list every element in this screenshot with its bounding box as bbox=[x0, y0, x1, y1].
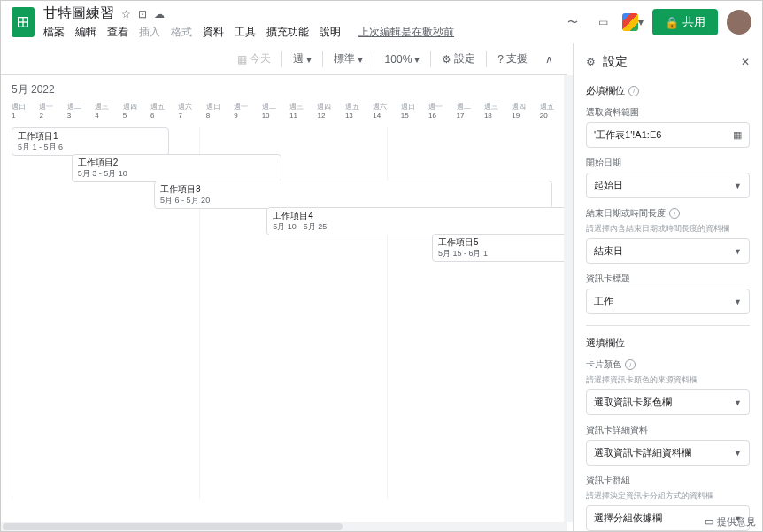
lock-icon: 🔒 bbox=[665, 16, 679, 29]
sheets-logo[interactable] bbox=[12, 7, 35, 37]
share-label: 共用 bbox=[682, 14, 705, 30]
day-column: 週一2 bbox=[39, 103, 66, 120]
group-hint: 請選擇決定資訊卡分組方式的資料欄 bbox=[586, 490, 750, 502]
day-column: 週四19 bbox=[512, 103, 539, 120]
horizontal-scrollbar[interactable] bbox=[1, 522, 567, 531]
day-column: 週五6 bbox=[150, 103, 178, 120]
day-column: 週日8 bbox=[206, 103, 234, 120]
day-column: 週六14 bbox=[373, 103, 400, 120]
comment-icon[interactable]: ▭ bbox=[592, 12, 613, 33]
chevron-down-icon: ▼ bbox=[734, 449, 742, 458]
feedback-icon: ▭ bbox=[705, 516, 713, 528]
cloud-icon[interactable]: ☁ bbox=[154, 8, 165, 20]
chevron-down-icon: ▼ bbox=[734, 247, 742, 256]
color-select[interactable]: 選取資訊卡顏色欄 ▼ bbox=[586, 389, 750, 415]
support-label: 支援 bbox=[506, 51, 528, 66]
day-column: 週三4 bbox=[95, 103, 122, 120]
end-date-hint: 請選擇內含結束日期或時間長度的資料欄 bbox=[586, 223, 750, 235]
document-title[interactable]: 甘特圖練習 bbox=[43, 4, 114, 23]
vertical-scrollbar[interactable] bbox=[564, 75, 573, 522]
chevron-down-icon: ▼ bbox=[734, 297, 742, 306]
help-icon: ? bbox=[497, 53, 504, 66]
day-column: 週二17 bbox=[457, 103, 484, 120]
feedback-label: 提供意見 bbox=[717, 515, 756, 528]
calendar-icon: ▦ bbox=[237, 53, 247, 66]
star-icon[interactable]: ☆ bbox=[121, 8, 131, 20]
week-label: 週 bbox=[293, 51, 304, 66]
day-column: 週二3 bbox=[67, 103, 95, 120]
day-column: 週四12 bbox=[317, 103, 344, 120]
feedback-button[interactable]: ▭ 提供意見 bbox=[705, 515, 756, 528]
end-date-select[interactable]: 結束日 ▼ bbox=[586, 238, 750, 264]
grid-icon[interactable]: ▦ bbox=[733, 129, 742, 141]
app-header: 甘特圖練習 ☆ ⊡ ☁ 檔案 編輯 查看 插入 格式 資料 工具 擴充功能 說明… bbox=[1, 1, 762, 43]
density-select[interactable]: 標準 ▾ bbox=[327, 48, 370, 70]
today-button[interactable]: ▦ 今天 bbox=[230, 48, 278, 70]
avatar[interactable] bbox=[727, 10, 751, 35]
start-date-select[interactable]: 起始日 ▼ bbox=[586, 173, 750, 198]
activity-icon[interactable]: 〜 bbox=[562, 12, 583, 33]
close-icon[interactable]: ✕ bbox=[741, 56, 750, 68]
chevron-down-icon: ▼ bbox=[734, 398, 742, 407]
today-label: 今天 bbox=[250, 51, 271, 66]
menu-format[interactable]: 格式 bbox=[171, 25, 192, 40]
task-bar[interactable]: 工作項目25月 3 - 5月 10 bbox=[72, 154, 281, 182]
chevron-down-icon: ▼ bbox=[734, 181, 742, 190]
optional-section-title: 選填欄位 bbox=[586, 336, 750, 350]
zoom-label: 100% bbox=[385, 53, 412, 66]
menu-file[interactable]: 檔案 bbox=[43, 25, 65, 40]
move-icon[interactable]: ⊡ bbox=[138, 8, 147, 20]
menu-bar: 檔案 編輯 查看 插入 格式 資料 工具 擴充功能 說明 上次編輯是在數秒前 bbox=[43, 25, 562, 40]
color-label: 卡片顏色 i bbox=[586, 359, 750, 371]
day-column: 週六7 bbox=[178, 103, 205, 120]
color-value: 選取資訊卡顏色欄 bbox=[594, 396, 672, 409]
zoom-select[interactable]: 100% ▾ bbox=[378, 50, 428, 69]
day-column: 週一16 bbox=[428, 103, 456, 120]
card-title-select[interactable]: 工作 ▼ bbox=[586, 289, 750, 314]
color-hint: 請選擇資訊卡顏色的來源資料欄 bbox=[586, 374, 750, 386]
card-title-value: 工作 bbox=[594, 295, 613, 308]
info-icon[interactable]: i bbox=[625, 359, 636, 370]
menu-extensions[interactable]: 擴充功能 bbox=[266, 25, 309, 40]
gear-icon: ⚙ bbox=[586, 56, 596, 68]
info-icon[interactable]: i bbox=[669, 208, 680, 219]
title-area: 甘特圖練習 ☆ ⊡ ☁ 檔案 編輯 查看 插入 格式 資料 工具 擴充功能 說明… bbox=[43, 4, 562, 40]
detail-label: 資訊卡詳細資料 bbox=[586, 424, 750, 436]
end-date-value: 結束日 bbox=[594, 244, 623, 258]
menu-edit[interactable]: 編輯 bbox=[75, 25, 96, 40]
timeline-toolbar: ▦ 今天 週 ▾ 標準 ▾ 100% ▾ ⚙ 設定 ? 支援 ∧ bbox=[1, 43, 567, 75]
settings-sidebar: ⚙ 設定 ✕ 必填欄位 i 選取資料範圍 '工作表1'!A1:E6 ▦ 開始日期… bbox=[573, 43, 762, 531]
menu-data[interactable]: 資料 bbox=[203, 25, 224, 40]
required-section-title: 必填欄位 i bbox=[586, 84, 750, 97]
share-button[interactable]: 🔒 共用 bbox=[652, 9, 718, 35]
last-edit-link[interactable]: 上次編輯是在數秒前 bbox=[358, 25, 454, 40]
week-select[interactable]: 週 ▾ bbox=[286, 48, 319, 70]
support-button[interactable]: ? 支援 bbox=[490, 48, 535, 70]
range-value: '工作表1'!A1:E6 bbox=[594, 128, 661, 142]
info-icon[interactable]: i bbox=[628, 86, 639, 96]
menu-view[interactable]: 查看 bbox=[107, 25, 128, 40]
end-date-label: 結束日期或時間長度 i bbox=[586, 207, 750, 220]
task-bar[interactable]: 工作項目15月 1 - 5月 6 bbox=[12, 127, 169, 156]
density-label: 標準 bbox=[334, 51, 355, 66]
settings-label: 設定 bbox=[454, 51, 475, 66]
group-label: 資訊卡群組 bbox=[586, 474, 750, 487]
range-label: 選取資料範圍 bbox=[586, 106, 750, 119]
menu-insert[interactable]: 插入 bbox=[139, 25, 160, 40]
sidebar-title: 設定 bbox=[603, 54, 628, 70]
range-input[interactable]: '工作表1'!A1:E6 ▦ bbox=[586, 122, 750, 148]
collapse-button[interactable]: ∧ bbox=[538, 50, 560, 69]
task-bar[interactable]: 工作項目35月 6 - 5月 20 bbox=[154, 181, 551, 209]
menu-help[interactable]: 說明 bbox=[320, 25, 341, 40]
group-value: 選擇分組依據欄 bbox=[594, 512, 662, 525]
day-column: 週日15 bbox=[401, 103, 428, 120]
main-area: 5月 2022 週日1週一2週二3週三4週四5週五6週六7週日8週一9週二10週… bbox=[1, 75, 762, 531]
day-column: 週三18 bbox=[484, 103, 512, 120]
gear-icon: ⚙ bbox=[442, 53, 451, 66]
settings-button[interactable]: ⚙ 設定 bbox=[435, 48, 482, 70]
day-column: 週一9 bbox=[234, 103, 261, 120]
meet-icon[interactable]: ▾ bbox=[622, 12, 644, 33]
detail-select[interactable]: 選取資訊卡詳細資料欄 ▼ bbox=[586, 440, 750, 466]
day-column: 週四5 bbox=[123, 103, 150, 120]
menu-tools[interactable]: 工具 bbox=[235, 25, 256, 40]
